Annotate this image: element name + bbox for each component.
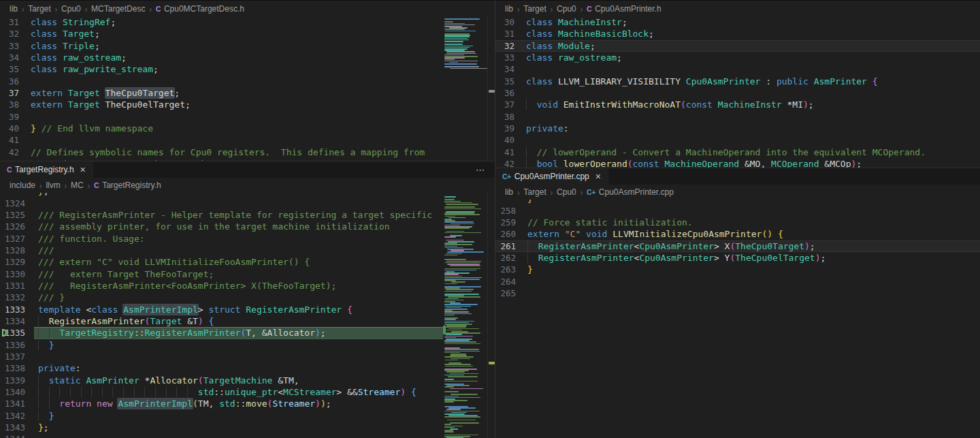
code-text: class MachineInstr; — [526, 16, 627, 28]
breadcrumb: lib›Target›Cpu0›MCTargetDesc›CCpu0MCTarg… — [0, 1, 495, 16]
breadcrumb-item[interactable]: Cpu0 — [61, 4, 81, 14]
breadcrumb-item[interactable]: C+Cpu0AsmPrinter.cpp — [587, 187, 674, 197]
breadcrumb-item[interactable]: Target — [523, 4, 546, 14]
minimap-row — [444, 63, 477, 65]
line-number[interactable]: 1336 — [0, 339, 25, 351]
breadcrumb-item[interactable]: CTargetRegistry.h — [94, 181, 161, 190]
breadcrumb-item[interactable]: Cpu0 — [557, 187, 576, 197]
line-number[interactable]: 1337 — [0, 351, 25, 362]
breadcrumb-item[interactable]: include — [10, 181, 35, 190]
editor-actions-button[interactable]: ⋯ — [466, 161, 495, 178]
line-number[interactable]: 31 — [0, 16, 19, 28]
line-number[interactable]: 38 — [0, 99, 19, 110]
line-number[interactable]: 33 — [495, 52, 514, 63]
minimap[interactable] — [443, 0, 487, 161]
line-number[interactable]: 1339 — [0, 375, 25, 386]
line-number[interactable]: 36 — [0, 76, 19, 87]
token — [38, 411, 49, 421]
line-number[interactable]: 41 — [495, 146, 514, 158]
line-number[interactable]: 1325 — [0, 209, 25, 221]
line-number[interactable]: 37 — [0, 87, 19, 99]
line-number[interactable]: 260 — [495, 228, 516, 240]
breadcrumb-item[interactable]: lib — [10, 4, 18, 14]
token: ; — [121, 52, 127, 63]
close-icon[interactable]: × — [80, 165, 86, 174]
line-number[interactable]: 33 — [0, 40, 19, 52]
line-number[interactable]: 1344 — [0, 433, 25, 438]
line-number[interactable]: 42 — [0, 146, 19, 158]
line-number[interactable]: 37 — [495, 99, 514, 110]
highlighted-symbol: AsmPrinterImpl — [118, 398, 193, 409]
editor-pane-tr: 30class MachineInstr;31class MachineBasi… — [495, 0, 980, 168]
minimap-row — [446, 231, 464, 232]
breadcrumb-item[interactable]: Target — [28, 4, 50, 14]
line-number[interactable]: 1338 — [0, 362, 25, 374]
line-number[interactable]: 1332 — [0, 292, 25, 303]
line-number[interactable]: 1329 — [0, 256, 25, 268]
line-number[interactable]: 1327 — [0, 233, 25, 245]
line-number[interactable]: 1333 — [0, 304, 25, 315]
line-number[interactable]: 265 — [495, 287, 516, 299]
breadcrumb-label: Cpu0 — [61, 4, 81, 14]
token: extern — [527, 229, 559, 239]
line-number[interactable]: 34 — [0, 52, 19, 63]
token: { — [872, 76, 878, 87]
line-number[interactable]: 1342 — [0, 410, 25, 422]
breadcrumb-item[interactable]: Target — [523, 187, 546, 197]
token — [713, 99, 718, 110]
editor-group-divider[interactable] — [495, 0, 495, 438]
breadcrumb-label: MCTargetDesc — [91, 4, 145, 14]
minimap-row — [444, 396, 459, 397]
line-number[interactable]: 35 — [495, 76, 514, 87]
line-number[interactable]: 34 — [495, 63, 514, 75]
breadcrumb-item[interactable]: CCpu0MCTargetDesc.h — [156, 4, 244, 14]
line-number[interactable]: 1334 — [0, 315, 25, 327]
breadcrumb-item[interactable]: CCpu0AsmPrinter.h — [587, 4, 661, 14]
tab-targetregistry-h[interactable]: CTargetRegistry.h× — [0, 161, 93, 178]
line-number[interactable]: 32 — [0, 28, 19, 40]
token: { — [778, 229, 783, 239]
line-number[interactable]: 263 — [495, 264, 516, 275]
line-number[interactable]: 1331 — [0, 280, 25, 292]
line-number[interactable]: 1341 — [0, 398, 25, 409]
minimap[interactable] — [443, 161, 487, 438]
line-number[interactable]: 41 — [0, 134, 19, 146]
breadcrumb-item[interactable]: lib — [505, 187, 513, 197]
line-number[interactable]: 259 — [495, 217, 516, 228]
minimap-row — [451, 223, 475, 225]
breadcrumb-item[interactable]: llvm — [46, 181, 60, 190]
line-number[interactable]: 1343 — [0, 422, 25, 433]
breadcrumb-item[interactable]: MC — [71, 181, 84, 190]
line-number[interactable]: 31 — [495, 28, 514, 40]
breadcrumb-item[interactable]: Cpu0 — [557, 4, 576, 14]
line-number[interactable]: 32 — [495, 40, 514, 52]
line-number[interactable]: 35 — [0, 63, 19, 75]
minimap-row — [450, 373, 479, 375]
line-number[interactable]: 258 — [495, 205, 516, 217]
line-number[interactable]: 40 — [495, 134, 514, 146]
minimap-row — [444, 416, 480, 418]
line-number[interactable]: 40 — [0, 123, 19, 134]
line-number[interactable]: 261 — [495, 240, 516, 252]
line-number[interactable]: 38 — [495, 111, 514, 123]
line-number[interactable]: 1340 — [0, 386, 25, 398]
line-number[interactable]: 36 — [495, 87, 514, 99]
line-number[interactable]: 1330 — [0, 268, 25, 280]
line-number[interactable]: 42 — [495, 158, 514, 168]
breadcrumb-item[interactable]: MCTargetDesc — [91, 4, 145, 14]
line-number[interactable]: 262 — [495, 252, 516, 264]
line-number[interactable]: 39 — [0, 111, 19, 123]
chevron-right-icon: › — [551, 4, 553, 14]
minimap-row — [444, 381, 478, 382]
line-number[interactable]: 1328 — [0, 245, 25, 256]
code-text: /// — [38, 245, 54, 256]
line-number[interactable]: 1326 — [0, 221, 25, 232]
code-text: /// RegisterAsmPrinter - Helper template… — [38, 209, 432, 221]
close-icon[interactable]: × — [595, 172, 601, 181]
line-number[interactable]: 264 — [495, 276, 516, 287]
tab-cpu0asmprinter-cpp[interactable]: C+Cpu0AsmPrinter.cpp× — [495, 168, 608, 185]
line-number[interactable]: 39 — [495, 123, 514, 134]
line-number[interactable]: 1324 — [0, 198, 25, 209]
line-number[interactable]: 30 — [495, 16, 514, 28]
breadcrumb-item[interactable]: lib — [505, 4, 513, 14]
